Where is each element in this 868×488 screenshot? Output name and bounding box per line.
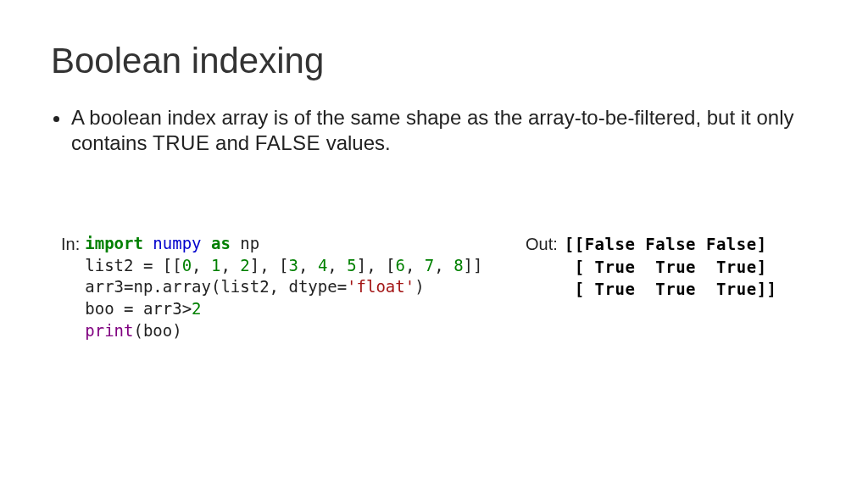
c1: , [192, 256, 211, 274]
n2: 2 [240, 256, 249, 274]
str-float: 'float' [347, 277, 415, 296]
code-l2a: list2 = [[ [85, 256, 181, 274]
bullet-text-b: and [209, 131, 254, 154]
n-two: 2 [192, 299, 201, 318]
n6: 6 [395, 256, 404, 274]
bullet-text-c: values. [320, 131, 391, 154]
mod-numpy: numpy [153, 234, 201, 252]
out-line-3: [ True True True]] [565, 280, 777, 298]
alias-np: np [240, 234, 259, 252]
bullet-item: A boolean index array is of the same sha… [71, 105, 817, 156]
code-l3b: ) [415, 277, 424, 296]
code-input-block: In: import numpy as np list2 = [[0, 1, 2… [61, 233, 482, 341]
out-line-2: [ True True True] [565, 258, 767, 276]
n8: 8 [453, 256, 463, 274]
c4: , [327, 256, 347, 274]
n0: 0 [182, 256, 192, 274]
code-l5b: (boo) [133, 321, 181, 340]
out-line-1: [[False False False] [565, 235, 767, 253]
c5: , [405, 256, 425, 274]
c6: , [434, 256, 453, 274]
code-output: [[False False False] [ True True True] [… [565, 233, 777, 301]
n3: 3 [289, 256, 298, 274]
code-l2c: ], [ [357, 256, 396, 274]
n5: 5 [347, 256, 356, 274]
code-output-block: Out: [[False False False] [ True True Tr… [526, 233, 777, 301]
c3: , [298, 256, 318, 274]
slide: Boolean indexing A boolean index array i… [0, 0, 868, 488]
bullet-list: A boolean index array is of the same sha… [51, 105, 817, 156]
code-l2d: ]] [464, 256, 483, 274]
slide-title: Boolean indexing [51, 41, 817, 81]
n1: 1 [211, 256, 220, 274]
code-input: import numpy as np list2 = [[0, 1, 2], [… [85, 233, 482, 341]
false-word: FALSE [255, 131, 320, 154]
kw-as: as [211, 234, 231, 252]
fn-print: print [85, 321, 133, 340]
kw-import: import [85, 234, 143, 252]
n7: 7 [425, 256, 434, 274]
code-l4: boo = arr3> [85, 299, 192, 318]
true-word: TRUE [153, 131, 209, 154]
n4: 4 [318, 256, 327, 274]
out-label: Out: [526, 233, 558, 254]
in-label: In: [61, 233, 80, 254]
code-l2b: ], [ [250, 256, 289, 274]
c2: , [220, 256, 240, 274]
code-l3a: arr3=np.array(list2, dtype= [85, 277, 347, 296]
